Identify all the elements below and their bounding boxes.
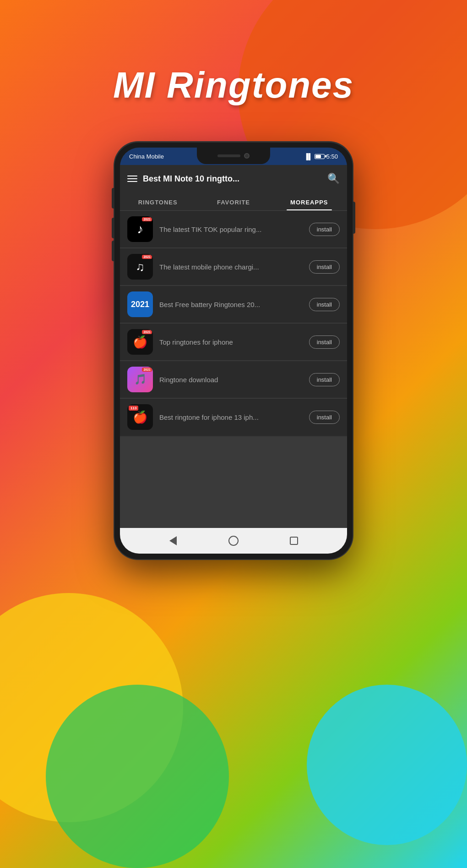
back-icon xyxy=(169,536,177,545)
install-button[interactable]: install xyxy=(309,223,340,236)
badge-2021-purple: 2021 xyxy=(142,368,152,372)
phone-screen: China Mobile ▐▌ 5:50 xyxy=(120,148,347,554)
iphone13-badge: 113 xyxy=(129,406,138,411)
app-icon-music-dark: ♫ 2021 xyxy=(127,254,153,280)
list-item[interactable]: ♫ 2021 The latest mobile phone chargi...… xyxy=(120,248,347,285)
battery-icon xyxy=(315,154,325,159)
music-note-icon: ♫ xyxy=(136,260,145,274)
install-button[interactable]: install xyxy=(309,373,340,386)
phone-mockup: China Mobile ▐▌ 5:50 xyxy=(114,142,353,559)
top-bar: Best MI Note 10 ringtto... 🔍 xyxy=(120,165,347,192)
recents-icon xyxy=(290,537,298,545)
install-button[interactable]: install xyxy=(309,298,340,311)
tab-moreapps[interactable]: MOREAPPS xyxy=(272,192,347,210)
phone-outer: China Mobile ▐▌ 5:50 xyxy=(114,142,353,559)
menu-button[interactable] xyxy=(127,176,137,182)
tab-favorite[interactable]: FAVORITE xyxy=(195,192,271,210)
app-title: Best MI Note 10 ringtto... xyxy=(143,174,322,184)
hamburger-line2 xyxy=(127,178,137,179)
status-bar: China Mobile ▐▌ 5:50 xyxy=(120,148,347,165)
list-item[interactable]: 113 🍎 Best ringtone for iphone 13 iph...… xyxy=(120,399,347,435)
tiktok-icon-inner: ♪ 2021 xyxy=(127,216,153,242)
app-list: ♪ 2021 The latest TIK TOK popular ring..… xyxy=(120,211,347,435)
battery-fill xyxy=(315,155,321,158)
notch-camera xyxy=(244,153,250,159)
app-icon-tiktok: ♪ 2021 xyxy=(127,216,153,242)
music-notes-icon: 🎵 xyxy=(134,374,147,385)
home-icon xyxy=(228,536,239,546)
hamburger-line3 xyxy=(127,181,137,182)
bg-blob4 xyxy=(307,685,467,845)
app-icon-apple-music: 🍎 2021 xyxy=(127,329,153,355)
badge-2021-tiktok: 2021 xyxy=(142,217,152,221)
badge-2021-music: 2021 xyxy=(142,255,152,259)
list-item[interactable]: 🎵 2021 Ringtone download install xyxy=(120,361,347,398)
bottom-filler xyxy=(120,436,347,528)
home-button[interactable] xyxy=(227,534,240,548)
list-item[interactable]: 🍎 2021 Top ringtones for iphone install xyxy=(120,324,347,360)
app-icon-blue-2021: 2021 xyxy=(127,291,153,317)
app-name-text: Best Free battery Ringtones 20... xyxy=(159,301,303,308)
page-title: MI Ringtones xyxy=(0,64,467,106)
app-icon-purple-music: 🎵 2021 xyxy=(127,367,153,392)
app-name-text: Best ringtone for iphone 13 iph... xyxy=(159,413,303,421)
search-button[interactable]: 🔍 xyxy=(327,173,340,185)
app-name-text: The latest mobile phone chargi... xyxy=(159,263,303,271)
install-button[interactable]: install xyxy=(309,335,340,349)
app-name-text: Top ringtones for iphone xyxy=(159,338,303,346)
install-button[interactable]: install xyxy=(309,260,340,274)
list-item[interactable]: 2021 Best Free battery Ringtones 20... i… xyxy=(120,286,347,323)
status-bar-right: ▐▌ 5:50 xyxy=(304,153,338,160)
tabs-bar: RINGTONES FAVORITE MOREAPPS xyxy=(120,192,347,211)
time-text: 5:50 xyxy=(326,153,338,160)
back-button[interactable] xyxy=(166,534,180,548)
app-icon-iphone13: 113 🍎 xyxy=(127,404,153,430)
signal-icon: ▐▌ xyxy=(304,153,312,160)
install-button[interactable]: install xyxy=(309,411,340,424)
app-name-text: The latest TIK TOK popular ring... xyxy=(159,225,303,233)
bg-blob3 xyxy=(46,685,229,868)
carrier-text: China Mobile xyxy=(129,153,164,160)
apple-logo-icon2: 🍎 xyxy=(133,410,147,424)
hamburger-line1 xyxy=(127,176,137,176)
notch xyxy=(197,148,270,164)
tab-ringtones[interactable]: RINGTONES xyxy=(120,192,195,210)
recents-button[interactable] xyxy=(287,534,301,548)
list-item[interactable]: ♪ 2021 The latest TIK TOK popular ring..… xyxy=(120,211,347,247)
apple-logo-icon: 🍎 xyxy=(133,335,147,349)
year-text: 2021 xyxy=(131,300,149,309)
app-name-text: Ringtone download xyxy=(159,376,303,384)
navigation-bar xyxy=(120,528,347,554)
tiktok-logo-symbol: ♪ xyxy=(137,222,143,236)
badge-2021-apple: 2021 xyxy=(142,330,152,334)
notch-speaker xyxy=(217,154,240,157)
